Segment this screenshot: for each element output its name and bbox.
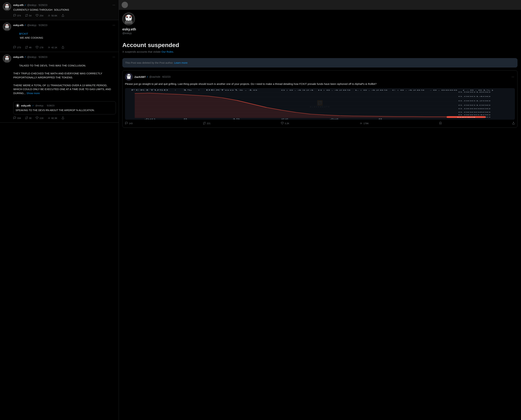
svg-point-33 [18, 105, 18, 105]
svg-text:0.0001200: 0.0001200 [458, 100, 490, 101]
zachxbt-like-count: 3.2K [285, 122, 289, 125]
zachxbt-reply-icon [125, 122, 128, 125]
tweet-3-user-info: esky.eth ✓ @eskyy · 5/28/23 [13, 55, 47, 58]
tweet-2-date: 5/28/23 [39, 24, 47, 27]
profile-name: esky.eth [122, 27, 518, 31]
show-more-button[interactable]: Show more [27, 92, 40, 95]
left-tweet-panel: ⚙ esky.eth ✓ @eskyy · 5/29/23 ··· CURREN… [0, 0, 119, 420]
retweet-action-2[interactable]: 46 [25, 46, 31, 49]
zachxbt-more-button[interactable]: ··· [511, 74, 515, 79]
views-action-3[interactable]: 82.3K [48, 117, 57, 120]
svg-text:0.0000400: 0.0000400 [458, 114, 490, 115]
views-action-2[interactable]: 42.1K [48, 46, 57, 49]
fckit-chart: FCKITUSD · 1% · DEXTools.io O:0.4324 H:0… [125, 88, 515, 120]
svg-text:0.0001400: 0.0001400 [458, 96, 490, 97]
deleted-post-notice: This Post was deleted by the Post author… [122, 58, 518, 68]
tweet-3-text-part1: TALKED TO THE DEVS, THIS WAS THE CONCLUS… [13, 64, 112, 95]
zachxbt-retweet-count: 221 [207, 122, 211, 125]
zachxbt-bookmark-action[interactable] [439, 122, 442, 125]
share-action-1[interactable] [61, 14, 64, 17]
tweet-2-handle: @eskyy [27, 24, 37, 27]
svg-text:22: 22 [281, 118, 288, 120]
like-icon-1 [36, 14, 38, 17]
fckit-link[interactable]: $FCKIT [19, 32, 28, 35]
avatar-esky-3 [3, 54, 11, 63]
zachxbt-avatar [125, 73, 133, 81]
zachxbt-actions: 143 221 3.2K 176K [125, 122, 515, 125]
top-bar-avatar [122, 2, 128, 8]
tweet-1-content: esky.eth ✓ @eskyy · 5/29/23 ··· CURRENTL… [13, 2, 116, 17]
svg-text:15: 15 [232, 118, 240, 120]
quoted-username: esky.eth [21, 104, 31, 107]
tweet-2-more-button[interactable]: ··· [112, 22, 116, 28]
zachxbt-reply-action[interactable]: 143 [125, 122, 133, 125]
profile-section: esky.eth @eskyy [119, 10, 521, 38]
verified-icon-2: ✓ [24, 24, 26, 26]
tweet-1-more-button[interactable]: ··· [112, 2, 116, 8]
like-action-3[interactable]: 119 [36, 117, 43, 120]
zachxbt-like-action[interactable]: 3.2K [281, 122, 289, 125]
suspended-title: Account suspended [122, 42, 518, 48]
tweet-2-header: esky.eth ✓ @eskyy · 5/28/23 ··· [13, 22, 116, 28]
tweet-1-username: esky.eth [13, 3, 24, 7]
tweet-2-text: $FCKIT WE ARE COOKING [13, 28, 116, 44]
like-action-1[interactable]: 254 [36, 14, 43, 17]
svg-point-47 [128, 75, 128, 76]
retweet-icon-3 [25, 117, 28, 120]
suspended-desc-text: X suspends accounts that violate [122, 50, 161, 53]
tweet-2-actions: 273 46 178 [13, 46, 116, 49]
tweet-1-handle: @eskyy [27, 3, 37, 7]
reply-action-1[interactable]: 374 [13, 14, 21, 17]
svg-rect-44 [125, 21, 132, 24]
tweet-3-more-button[interactable]: ··· [112, 54, 116, 60]
tweet-2-content: esky.eth ✓ @eskyy · 5/28/23 ··· $FCKIT W… [13, 22, 116, 49]
tweet-3-date: 5/28/23 [39, 55, 47, 58]
profile-handle: @eskyy [122, 32, 518, 35]
retweet-count-2: 46 [29, 46, 31, 49]
svg-point-46 [127, 74, 131, 79]
views-icon-3 [48, 117, 50, 120]
zachxbt-handle: @zachxbt [149, 75, 160, 78]
retweet-action-3[interactable]: 30 [25, 117, 31, 120]
right-panel: esky.eth @eskyy Account suspended X susp… [119, 0, 521, 420]
quoted-tweet-3[interactable]: esky.eth ✓ @eskyy · 5/28/23 SPEAKING TO … [13, 101, 116, 114]
zachxbt-reply-count: 143 [129, 122, 133, 125]
svg-text:current: current [457, 117, 475, 118]
zachxbt-views-action[interactable]: 176K [360, 122, 369, 125]
share-icon-2 [61, 46, 64, 49]
views-count-2: 42.1K [51, 46, 57, 49]
retweet-action-1[interactable]: 54 [25, 14, 31, 17]
svg-text:⚙: ⚙ [7, 8, 7, 10]
verified-icon-3: ✓ [24, 55, 26, 58]
tweet-item-1[interactable]: ⚙ esky.eth ✓ @eskyy · 5/29/23 ··· CURREN… [0, 0, 119, 20]
zachxbt-share-action[interactable] [512, 122, 515, 125]
like-action-2[interactable]: 178 [36, 46, 43, 49]
zachxbt-username: ZachXBT [134, 75, 146, 78]
zachxbt-tweet[interactable]: ZachXBT ✓ @zachxbt · 6/22/23 ··· Please … [122, 70, 518, 128]
share-action-2[interactable] [61, 46, 64, 49]
tweet-3-username: esky.eth [13, 55, 24, 58]
share-action-3[interactable] [61, 117, 64, 120]
svg-text:8: 8 [378, 118, 382, 120]
our-rules-link[interactable]: Our Rules [161, 50, 173, 53]
tweet-item-3[interactable]: esky.eth ✓ @eskyy · 5/28/23 ··· TALKED T… [0, 52, 119, 123]
reply-action-3[interactable]: 334 [13, 117, 21, 120]
svg-text:Jul: Jul [330, 118, 338, 120]
zachxbt-retweet-action[interactable]: 221 [203, 122, 211, 125]
svg-rect-29 [5, 60, 9, 61]
quoted-avatar [15, 104, 20, 108]
right-top-bar [119, 0, 521, 10]
svg-point-31 [17, 104, 19, 106]
svg-text:O:0.4324  H:0.4289  L:0.4289  : O:0.4324 H:0.4289 L:0.4289 C:0.4289 -0.0… [281, 89, 494, 91]
tweet-1-date: 5/29/23 [39, 3, 47, 7]
like-count-2: 178 [39, 46, 43, 49]
reply-icon-3 [13, 117, 16, 120]
learn-more-link[interactable]: Learn more [174, 61, 188, 64]
retweet-icon-1 [25, 14, 28, 17]
tweet-1-header: esky.eth ✓ @eskyy · 5/29/23 ··· [13, 2, 116, 8]
views-action-1[interactable]: 50.6K [48, 14, 57, 17]
tweet-item-2[interactable]: esky.eth ✓ @eskyy · 5/28/23 ··· $FCKIT W… [0, 20, 119, 52]
retweet-icon-2 [25, 46, 28, 49]
tweet-2-username: esky.eth [13, 24, 24, 27]
reply-action-2[interactable]: 273 [13, 46, 21, 49]
